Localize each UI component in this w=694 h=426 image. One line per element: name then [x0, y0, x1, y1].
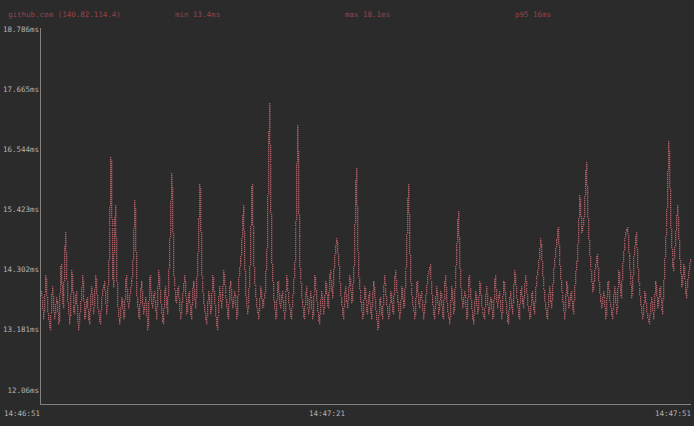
terminal-window: github.com (140.82.114.4) min 13.4ms max…	[0, 0, 694, 426]
ping-graph-canvas	[0, 0, 694, 426]
